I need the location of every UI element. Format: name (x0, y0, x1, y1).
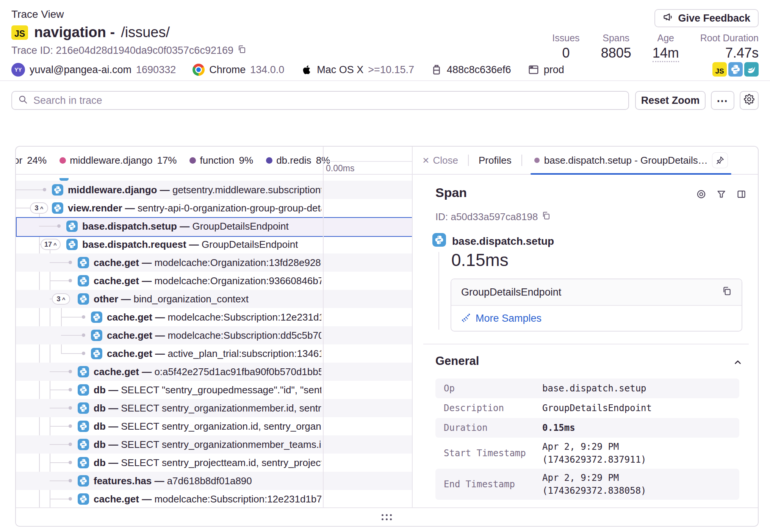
tab-active-span[interactable]: base.dispatch.setup - GroupDetails… (532, 147, 730, 174)
tree-connector (39, 226, 59, 227)
general-key: Start Timestamp (444, 448, 542, 458)
tree-node-dot (69, 424, 72, 428)
tree-connector (50, 390, 70, 390)
general-section-title: General (435, 354, 479, 368)
python-platform-icon (728, 62, 743, 77)
span-tree-row[interactable]: 3^view.render — sentry-api-0-organizatio… (16, 199, 412, 217)
span-row-label: base.dispatch.setup — GroupDetailsEndpoi… (82, 217, 289, 235)
tree-node-dot (82, 315, 85, 319)
span-tree-row[interactable]: middleware.django — getsentry.middleware… (16, 181, 412, 199)
side-panel-icon[interactable] (736, 189, 747, 201)
gear-icon (744, 94, 754, 107)
span-tree-row[interactable]: cache.get — active_plan_trial:subscripti… (16, 344, 412, 363)
give-feedback-button[interactable]: Give Feedback (654, 9, 759, 27)
span-id-text: ID: a50d33a597ca8198 (435, 211, 538, 223)
header-divider (0, 80, 770, 81)
tree-node-dot (69, 261, 72, 264)
search-icon (18, 95, 28, 106)
copy-icon[interactable] (237, 45, 246, 56)
collapse-count-badge[interactable]: 17^ (41, 239, 61, 250)
span-tree-row[interactable]: db — SELECT sentry_organizationmember_te… (16, 435, 412, 454)
general-table-row: DescriptionGroupDetailsEndpoint (435, 398, 739, 418)
span-tree-row[interactable]: base.dispatch.setup — GroupDetailsEndpoi… (16, 217, 412, 235)
span-tree-row[interactable]: features.has — a7d618b8df01a890 (16, 472, 412, 490)
span-tree-row[interactable]: cache.get — modelcache:Subscription:dd5c… (16, 326, 412, 344)
general-table-row: Opbase.dispatch.setup (435, 379, 739, 398)
stat-root-duration: Root Duration 7.47s (700, 33, 759, 62)
section-divider (423, 344, 749, 344)
legend-item: middleware.django17% (59, 155, 177, 166)
span-tree-row[interactable]: 17^base.dispatch.request — GroupDetailsE… (16, 235, 412, 253)
span-row-label: cache.get — active_plan_trial:subscripti… (107, 344, 321, 363)
search-input[interactable] (33, 95, 622, 106)
copy-icon[interactable] (542, 211, 551, 223)
span-tree-row[interactable]: db — SELECT sentry_projectteam.id, sentr… (16, 454, 412, 472)
collapse-count-badge[interactable]: 3^ (30, 202, 48, 214)
span-tree-row[interactable]: 3^other — bind_organization_context (16, 290, 412, 308)
stat-spans-label: Spans (603, 33, 629, 44)
span-heading: Span (435, 185, 467, 200)
general-table: Opbase.dispatch.setupDescriptionGroupDet… (435, 379, 739, 500)
general-value: 0.15ms (542, 421, 575, 434)
python-icon (66, 221, 78, 232)
span-tree-row[interactable]: cache.get — o:a5f42e275d1ac91fba90f0b570… (16, 363, 412, 381)
python-icon (91, 330, 102, 341)
window-icon (528, 64, 539, 75)
span-tree-row[interactable]: cache.get — modelcache:Subscription:12e2… (16, 308, 412, 326)
avatar: YY (11, 63, 25, 77)
python-icon (78, 493, 89, 505)
focus-target-icon[interactable] (696, 189, 706, 201)
span-tree-row[interactable]: cache.get — modelcache:Subscription:12e2… (16, 490, 412, 507)
tree-connector (61, 335, 83, 336)
span-tree-row[interactable]: cache.get — modelcache:Organization:9366… (16, 272, 412, 290)
tree-node-dot (69, 279, 72, 282)
general-key: Description (444, 403, 542, 413)
reset-zoom-button[interactable]: Reset Zoom (635, 91, 706, 110)
span-row-label: cache.get — modelcache:Organization:13fd… (94, 253, 321, 272)
python-icon (66, 239, 78, 250)
tree-node-dot (69, 370, 72, 373)
tab-separator (468, 155, 469, 166)
span-row-label: db — SELECT sentry_organization.id, sent… (94, 417, 321, 435)
span-op-dot (534, 158, 540, 163)
tree-node-dot (69, 461, 72, 464)
general-value: base.dispatch.setup (542, 382, 646, 395)
trace-search (11, 91, 629, 110)
span-duration: 0.15ms (451, 250, 509, 270)
pin-tab-button[interactable] (712, 153, 728, 168)
collapse-count-badge[interactable]: 3^ (52, 293, 70, 305)
legend-dot (189, 157, 196, 164)
tab-separator (521, 155, 522, 166)
funnel-icon[interactable] (716, 189, 726, 201)
span-detail-panel: ×Close Profiles base.dispatch.setup - Gr… (412, 147, 759, 507)
span-tree: middleware.django — getsentry.middleware… (16, 175, 412, 507)
more-samples-link[interactable]: More Samples (476, 313, 542, 324)
span-row-label: db — SELECT "sentry_groupedmessage"."id"… (94, 381, 321, 399)
span-row-label: cache.get — modelcache:Organization:9366… (94, 272, 321, 290)
tree-connector (50, 426, 70, 427)
copy-icon[interactable] (722, 286, 732, 299)
waterfall-divider[interactable] (323, 147, 324, 507)
drag-handle[interactable] (382, 514, 392, 521)
span-guide-line (438, 252, 439, 330)
general-key: Op (444, 383, 542, 394)
span-tree-row[interactable]: db — SELECT "sentry_groupedmessage"."id"… (16, 381, 412, 399)
tree-node-dot (69, 497, 72, 501)
browser-meta: Chrome 134.0.0 (192, 64, 284, 76)
browser-name: Chrome (209, 64, 246, 76)
span-tree-row[interactable]: db — SELECT sentry_organizationmember.id… (16, 399, 412, 417)
trace-waterfall-container: or24%middleware.django17%function9%db.re… (15, 146, 759, 527)
settings-button[interactable] (740, 91, 759, 110)
span-tree-row[interactable]: db — SELECT sentry_organization.id, sent… (16, 417, 412, 435)
transaction-path: /issues/ (121, 24, 170, 41)
legend-item: function9% (189, 155, 253, 166)
trace-meta-row: YY yuval@pangea-ai.com 1690332 Chrome 13… (11, 61, 564, 79)
chevron-up-icon[interactable] (733, 357, 743, 367)
close-tab-button[interactable]: ×Close (423, 155, 458, 166)
span-tree-row[interactable]: cache.get — modelcache:Organization:13fd… (16, 253, 412, 272)
stat-spans-value: 8805 (601, 45, 631, 61)
tab-profiles[interactable]: Profiles (479, 155, 512, 166)
python-icon (52, 184, 63, 196)
more-options-button[interactable]: ⋯ (711, 91, 734, 110)
clipped-row (16, 175, 412, 181)
